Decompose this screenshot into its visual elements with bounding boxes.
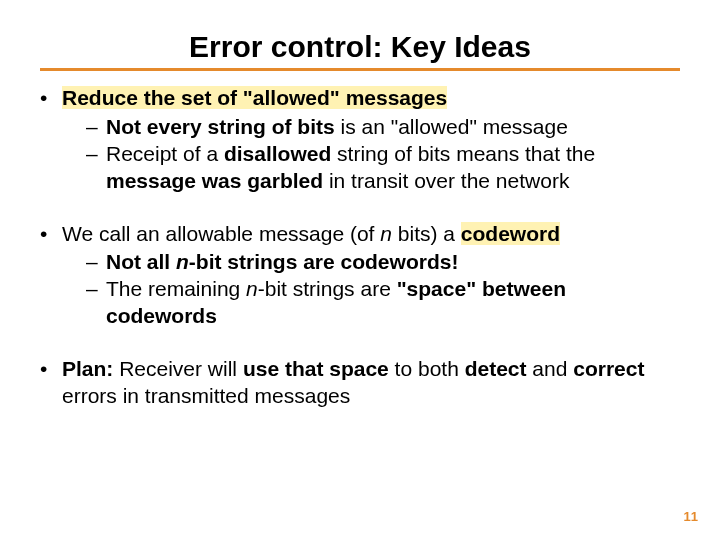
slide-title: Error control: Key Ideas bbox=[40, 30, 680, 64]
bullet-1-sublist: Not every string of bits is an "allowed"… bbox=[86, 114, 680, 195]
text: n bbox=[380, 222, 392, 245]
text: Plan: bbox=[62, 357, 113, 380]
bullet-3: Plan: Receiver will use that space to bo… bbox=[40, 356, 680, 410]
text: -bit strings are bbox=[258, 277, 397, 300]
text: in transit over the network bbox=[323, 169, 569, 192]
bullet-2-sublist: Not all n-bit strings are codewords! The… bbox=[86, 249, 680, 330]
bullet-1-lead: Reduce the set of "allowed" messages bbox=[62, 86, 447, 109]
bullet-1-sub-1: Not every string of bits is an "allowed"… bbox=[86, 114, 680, 141]
bullet-1: Reduce the set of "allowed" messages Not… bbox=[40, 85, 680, 195]
text: Receiver will bbox=[113, 357, 243, 380]
text: use that space bbox=[243, 357, 389, 380]
text: Not every string of bits bbox=[106, 115, 335, 138]
text: disallowed bbox=[224, 142, 331, 165]
bullet-2-sub-2: The remaining n-bit strings are "space" … bbox=[86, 276, 680, 330]
text: bits) a bbox=[392, 222, 461, 245]
text: Receipt of a bbox=[106, 142, 224, 165]
bullet-list: Reduce the set of "allowed" messages Not… bbox=[40, 85, 680, 410]
text: string of bits means that the bbox=[331, 142, 595, 165]
text: We call an allowable message (of bbox=[62, 222, 380, 245]
title-underline bbox=[40, 68, 680, 71]
text: to both bbox=[389, 357, 465, 380]
text: n bbox=[246, 277, 258, 300]
codeword-hl: codeword bbox=[461, 222, 560, 245]
text: errors in transmitted messages bbox=[62, 384, 350, 407]
text: The remaining bbox=[106, 277, 246, 300]
text: correct bbox=[573, 357, 644, 380]
bullet-2-sub-1: Not all n-bit strings are codewords! bbox=[86, 249, 680, 276]
page-number: 11 bbox=[684, 509, 698, 524]
text: and bbox=[527, 357, 574, 380]
text: message was garbled bbox=[106, 169, 323, 192]
text: is an "allowed" message bbox=[335, 115, 568, 138]
text: detect bbox=[465, 357, 527, 380]
bullet-2: We call an allowable message (of n bits)… bbox=[40, 221, 680, 331]
slide: Error control: Key Ideas Reduce the set … bbox=[0, 0, 720, 540]
bullet-1-sub-2: Receipt of a disallowed string of bits m… bbox=[86, 141, 680, 195]
